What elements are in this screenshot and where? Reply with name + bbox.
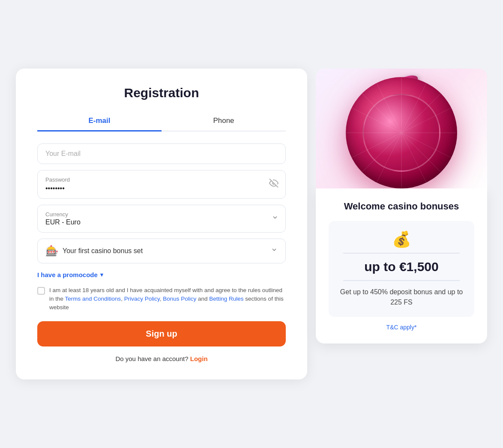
login-prompt: Do you have an account? bbox=[115, 355, 188, 362]
bonus-select[interactable]: 🎰 Your first casino bonus set bbox=[37, 239, 286, 263]
privacy-policy-link[interactable]: Privacy Policy bbox=[124, 296, 160, 302]
terms-checkbox[interactable] bbox=[37, 287, 45, 295]
separator-bottom bbox=[343, 280, 460, 281]
password-field-wrapper: Password bbox=[37, 170, 286, 199]
bonus-amount: up to €1,500 bbox=[339, 260, 464, 274]
bonus-policy-link[interactable]: Bonus Policy bbox=[163, 296, 196, 302]
promo-label: I have a promocode bbox=[37, 271, 98, 278]
currency-value: EUR - Euro bbox=[45, 218, 81, 226]
terms-row: I am at least 18 years old and I have ac… bbox=[37, 286, 286, 312]
toggle-password-icon[interactable] bbox=[269, 179, 278, 190]
roulette-section bbox=[316, 69, 487, 188]
separator-top bbox=[343, 253, 460, 254]
bonus-label: Your first casino bonus set bbox=[63, 247, 266, 255]
terms-conditions-link[interactable]: Terms and Conditions bbox=[65, 296, 121, 302]
signup-button[interactable]: Sign up bbox=[37, 321, 286, 346]
slot-machine-icon: 🎰 bbox=[45, 245, 58, 257]
currency-chevron-icon bbox=[272, 214, 278, 223]
currency-select[interactable]: Currency EUR - Euro bbox=[37, 205, 286, 233]
promo-arrow-icon: ▾ bbox=[100, 272, 103, 278]
password-label: Password bbox=[45, 176, 278, 183]
tab-phone[interactable]: Phone bbox=[162, 112, 286, 131]
email-input[interactable] bbox=[45, 150, 278, 158]
roulette-wheel bbox=[346, 77, 457, 188]
tc-apply: T&C apply* bbox=[329, 324, 474, 331]
right-panel: Welcome casino bonuses 💰 up to €1,500 Ge… bbox=[316, 69, 487, 344]
email-field-wrapper bbox=[37, 143, 286, 164]
tab-email[interactable]: E-mail bbox=[37, 112, 162, 131]
form-fields: Password Currency EUR - Euro bbox=[37, 143, 286, 263]
tab-bar: E-mail Phone bbox=[37, 112, 286, 131]
registration-panel: Registration E-mail Phone Password bbox=[16, 69, 307, 380]
login-link[interactable]: Login bbox=[190, 355, 208, 362]
bonus-chevron-icon bbox=[271, 246, 278, 255]
betting-rules-link[interactable]: Betting Rules bbox=[209, 296, 243, 302]
terms-text: I am at least 18 years old and I have ac… bbox=[49, 286, 286, 312]
bonus-card: Welcome casino bonuses 💰 up to €1,500 Ge… bbox=[316, 188, 487, 344]
password-input[interactable] bbox=[45, 185, 278, 192]
currency-label: Currency bbox=[45, 211, 278, 218]
money-bag-icon: 💰 bbox=[339, 230, 464, 248]
promo-link[interactable]: I have a promocode ▾ bbox=[37, 271, 103, 278]
login-row: Do you have an account? Login bbox=[37, 355, 286, 362]
bonus-info-card: 💰 up to €1,500 Get up to 450% deposit bo… bbox=[329, 221, 474, 317]
page-title: Registration bbox=[37, 86, 286, 100]
welcome-title: Welcome casino bonuses bbox=[329, 200, 474, 213]
bonus-description: Get up to 450% deposit bonus and up to 2… bbox=[339, 287, 464, 308]
